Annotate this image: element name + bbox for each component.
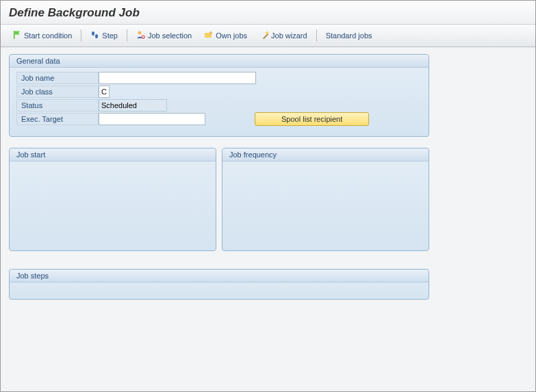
job-start-title: Job start (10, 148, 216, 161)
job-class-row: Job class (16, 86, 422, 98)
exec-target-input[interactable] (99, 113, 205, 125)
job-start-panel: Job start (9, 148, 216, 251)
start-condition-label: Start condition (24, 31, 72, 40)
step-button[interactable]: Step (84, 27, 124, 44)
job-name-input[interactable] (99, 72, 256, 84)
exec-target-label: Exec. Target (16, 113, 99, 125)
job-frequency-body (222, 161, 429, 250)
own-jobs-label: Own jobs (216, 31, 247, 40)
job-name-row: Job name (16, 72, 422, 84)
wand-icon (259, 30, 269, 41)
person-search-icon (136, 30, 146, 41)
status-label: Status (16, 99, 99, 112)
status-value (99, 99, 167, 112)
job-start-body (10, 161, 216, 250)
folder-person-icon (204, 30, 214, 41)
standard-jobs-label: Standard jobs (326, 31, 372, 40)
separator (316, 29, 317, 42)
spool-list-recipient-button[interactable]: Spool list recipient (255, 112, 369, 126)
svg-marker-8 (265, 31, 269, 35)
job-wizard-label: Job wizard (271, 31, 307, 40)
status-row: Status (16, 99, 422, 112)
general-data-title: General data (10, 55, 429, 68)
job-class-input[interactable] (99, 86, 110, 98)
svg-point-3 (138, 31, 141, 35)
own-jobs-button[interactable]: Own jobs (198, 27, 253, 44)
job-class-label: Job class (16, 86, 99, 98)
job-steps-title: Job steps (10, 270, 429, 283)
job-steps-panel: Job steps (9, 269, 429, 300)
job-selection-button[interactable]: Job selection (130, 27, 198, 44)
separator (127, 29, 127, 42)
general-data-body: Job name Job class Status Exec. Target S… (10, 68, 429, 136)
separator (81, 29, 81, 42)
general-data-panel: General data Job name Job class Status E… (9, 54, 429, 137)
start-condition-button[interactable]: Start condition (6, 27, 78, 44)
job-steps-body (10, 283, 429, 299)
page-title: Define Background Job (1, 1, 535, 25)
svg-point-4 (142, 36, 144, 38)
job-frequency-panel: Job frequency (222, 148, 429, 251)
app-window: Define Background Job Start condition St… (0, 0, 536, 392)
flag-icon (12, 30, 22, 41)
exec-target-row: Exec. Target Spool list recipient (16, 113, 422, 125)
standard-jobs-button[interactable]: Standard jobs (320, 29, 379, 42)
svg-point-2 (95, 34, 98, 38)
job-selection-label: Job selection (148, 31, 192, 40)
job-frequency-title: Job frequency (222, 148, 429, 161)
svg-point-1 (92, 31, 94, 36)
svg-rect-0 (14, 31, 15, 39)
footsteps-icon (90, 30, 100, 41)
svg-point-6 (209, 31, 212, 34)
toolbar: Start condition Step Job selection Own j… (1, 25, 535, 47)
job-name-label: Job name (16, 72, 99, 84)
job-wizard-button[interactable]: Job wizard (253, 27, 314, 44)
middle-row: Job start Job frequency (9, 148, 429, 251)
step-label: Step (102, 31, 118, 40)
content-area: General data Job name Job class Status E… (1, 47, 535, 317)
